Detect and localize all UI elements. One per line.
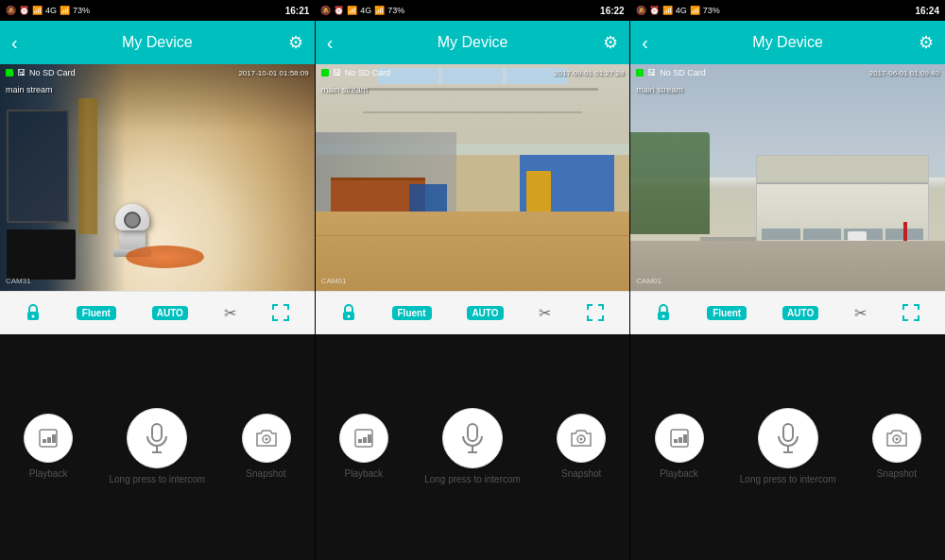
snapshot-btn-2[interactable]: Snapshot (553, 414, 610, 480)
beam2 (363, 111, 583, 113)
status-bar-2-left: 🔕 ⏰ 📶 4G 📶 73% (320, 6, 404, 15)
snapshot-icon-2 (570, 428, 593, 449)
intercom-label-1: Long press to intercom (109, 474, 205, 485)
intercom-btn-1[interactable]: Long press to intercom (109, 408, 205, 485)
camera-view-2[interactable]: 🖫 No SD Card 2017-09-01 01:27:28 main st… (316, 64, 630, 291)
playback-btn-3[interactable]: Playback (651, 414, 708, 480)
status-bar-1: 🔕 ⏰ 📶 4G 📶 73% 16:21 (0, 0, 315, 21)
panel-2-header: ‹ My Device ⚙ (316, 21, 630, 64)
road (630, 241, 945, 291)
playback-btn-2[interactable]: Playback (335, 414, 392, 480)
panel-1: ‹ My Device ⚙ 🖫 No SD Card 2017-10-01 01… (0, 21, 316, 560)
clock-icon-3: ⏰ (649, 6, 660, 15)
expand-btn-2[interactable] (587, 304, 604, 321)
auto-btn-2[interactable]: AUTO (467, 306, 503, 320)
clock-icon-2: ⏰ (334, 6, 344, 15)
intercom-circle-3 (758, 408, 818, 468)
battery-label-3: 73% (703, 6, 720, 15)
signal-icon-2: 📶 (374, 6, 385, 15)
scissors-btn-1[interactable]: ✂ (224, 304, 236, 322)
status-time-2: 16:22 (600, 6, 625, 16)
sd-label-2: No SD Card (345, 68, 391, 77)
network-label-2: 4G (360, 6, 371, 15)
camera-info-bar-2: 🖫 No SD Card 2017-09-01 01:27:28 (316, 64, 630, 81)
panel-2: ‹ My Device ⚙ 🖫 No SD Card 2017-09-01 01… (316, 21, 631, 560)
svg-point-9 (347, 315, 350, 318)
status-bars-row: 🔕 ⏰ 📶 4G 📶 73% 16:21 🔕 ⏰ 📶 4G 📶 73% 16:2… (0, 0, 945, 21)
snapshot-label-3: Snapshot (877, 468, 917, 480)
intercom-btn-3[interactable]: Long press to intercom (740, 408, 836, 485)
control-bar-2: Fluent AUTO ✂ (316, 291, 630, 334)
monitor (7, 110, 70, 223)
signal-icon-3: 📶 (690, 6, 700, 15)
lock-btn-3[interactable] (656, 304, 671, 321)
intercom-label-2: Long press to intercom (424, 474, 521, 485)
auto-btn-3[interactable]: AUTO (782, 306, 818, 320)
sd-dot-3 (636, 69, 644, 76)
network-label-1: 4G (45, 6, 57, 15)
snapshot-circle-3 (872, 414, 921, 463)
svg-point-7 (265, 438, 267, 441)
sd-dot-2 (321, 69, 329, 76)
back-button-2[interactable]: ‹ (327, 32, 334, 54)
cam1-scene (0, 64, 315, 291)
status-bar-1-left: 🔕 ⏰ 📶 4G 📶 73% (6, 6, 90, 15)
svg-point-17 (662, 315, 665, 318)
camera-view-1[interactable]: 🖫 No SD Card 2017-10-01 01:58:09 main st… (0, 64, 315, 291)
mic-icon-1 (145, 422, 169, 454)
status-time-1: 16:21 (285, 6, 310, 16)
mic-icon-2 (460, 422, 485, 454)
snapshot-btn-1[interactable]: Snapshot (238, 414, 295, 480)
expand-btn-3[interactable] (902, 304, 919, 321)
scissors-btn-3[interactable]: ✂ (854, 304, 867, 322)
control-bar-3: Fluent AUTO ✂ (630, 291, 945, 334)
settings-button-3[interactable]: ⚙ (919, 32, 934, 53)
settings-button-2[interactable]: ⚙ (603, 32, 618, 53)
signal-icons-1: 🔕 (6, 6, 16, 15)
wifi-icon-2: 📶 (347, 6, 357, 15)
ptz-body (119, 230, 146, 249)
cam3-scene (630, 64, 945, 291)
quality-btn-1[interactable]: Fluent (77, 306, 116, 320)
sd-label-1: No SD Card (29, 68, 76, 77)
lock-icon-2 (341, 304, 356, 321)
bowl (126, 246, 204, 268)
camera-view-3[interactable]: 🖫 No SD Card 2017-06-01 01:09:40 main st… (630, 64, 945, 291)
expand-btn-1[interactable] (272, 304, 289, 321)
signal-icons-2: 🔕 (320, 6, 331, 15)
intercom-btn-2[interactable]: Long press to intercom (424, 408, 521, 485)
scissors-icon-3: ✂ (854, 304, 867, 322)
scissors-icon-1: ✂ (224, 304, 236, 322)
back-button-1[interactable]: ‹ (11, 32, 18, 54)
playback-circle-1 (24, 414, 73, 463)
lock-icon-3 (656, 304, 671, 321)
playback-icon-1 (38, 428, 59, 449)
mic-icon-3 (776, 422, 800, 454)
stream-label-1: main stream (6, 85, 53, 94)
signal-icons-3: 🔕 (636, 6, 646, 15)
lock-btn-2[interactable] (341, 304, 356, 321)
lock-btn-1[interactable] (26, 304, 41, 321)
back-button-3[interactable]: ‹ (642, 32, 648, 54)
snapshot-icon-1 (255, 428, 278, 449)
settings-button-1[interactable]: ⚙ (288, 32, 303, 53)
floor-line (316, 235, 630, 236)
playback-btn-1[interactable]: Playback (20, 414, 77, 480)
action-panel-1: Playback Long press to intercom (0, 334, 315, 561)
svg-point-15 (580, 438, 583, 441)
svg-rect-19 (783, 424, 793, 441)
auto-btn-1[interactable]: AUTO (152, 306, 188, 320)
red-post (903, 222, 907, 241)
expand-icon-1 (272, 304, 289, 321)
expand-icon-3 (902, 304, 919, 321)
snapshot-btn-3[interactable]: Snapshot (868, 414, 925, 480)
quality-btn-3[interactable]: Fluent (707, 306, 747, 320)
action-panel-3: Playback Long press to intercom (630, 334, 945, 561)
sd-badge-3: 🖫 No SD Card (636, 68, 706, 77)
scissors-btn-2[interactable]: ✂ (539, 304, 551, 322)
quality-btn-2[interactable]: Fluent (392, 306, 432, 320)
intercom-circle-1 (127, 408, 187, 468)
panel-3: ‹ My Device ⚙ 🖫 No SD Card 2017-06-01 01… (630, 21, 945, 560)
chair (526, 171, 552, 212)
panel-3-header: ‹ My Device ⚙ (630, 21, 945, 64)
